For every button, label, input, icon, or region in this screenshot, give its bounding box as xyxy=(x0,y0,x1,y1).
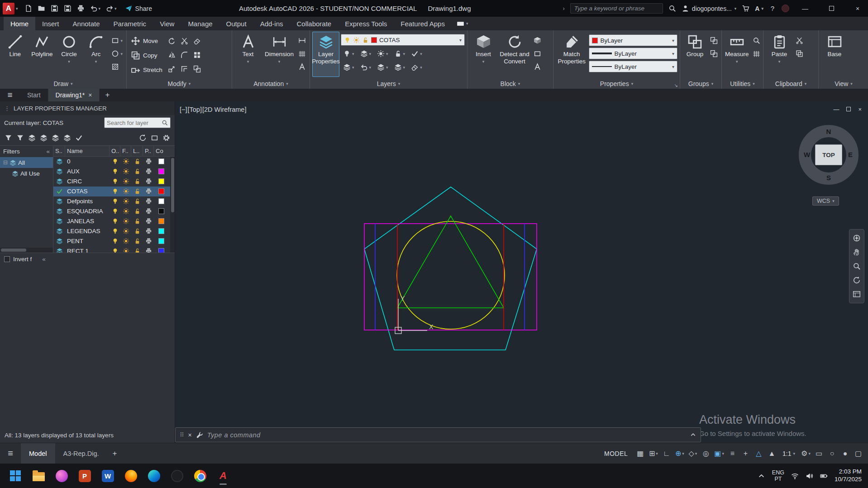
snap-mode-icon[interactable]: ⊞▾ xyxy=(647,447,659,460)
layer-plot-icon[interactable] xyxy=(145,228,152,234)
stretch-tool-button[interactable]: Stretch xyxy=(129,63,164,77)
view-cube[interactable]: N W E S TOP xyxy=(799,125,858,185)
clipboard-panel-label[interactable]: Clipboard▾ xyxy=(763,79,818,89)
layer-previous-icon[interactable]: ▾ xyxy=(359,62,373,73)
app-store-cart-icon[interactable] xyxy=(742,5,749,12)
plot-icon[interactable] xyxy=(75,3,87,14)
layer-on-icon[interactable] xyxy=(112,248,119,253)
hidden-icons-chevron[interactable] xyxy=(758,472,765,480)
copy-icon[interactable] xyxy=(794,48,805,59)
customize-wrench-icon[interactable] xyxy=(196,431,203,439)
word-icon[interactable]: W xyxy=(98,466,118,486)
layer-off-icon[interactable]: ▾ xyxy=(342,48,356,59)
define-attributes-icon[interactable] xyxy=(532,61,543,72)
layer-on-icon[interactable] xyxy=(112,208,119,215)
layers-v-scrollbar[interactable] xyxy=(170,157,175,253)
ellipse-tool-icon[interactable]: ▾ xyxy=(110,48,124,59)
offset-tool-icon[interactable] xyxy=(179,63,190,75)
workspace-switching-icon[interactable]: ⚙▾ xyxy=(800,447,812,460)
viewcube-south[interactable]: S xyxy=(824,174,833,182)
layout-tab[interactable]: A3-Rep.Dig. xyxy=(55,443,107,464)
new-group-filter-icon[interactable] xyxy=(16,134,24,142)
layer-lock-icon[interactable] xyxy=(134,188,141,195)
orbit-icon[interactable] xyxy=(853,276,861,284)
layer-freeze-icon[interactable] xyxy=(123,228,129,234)
leader-tool-icon[interactable] xyxy=(297,35,307,46)
modify-panel-label[interactable]: Modify▾ xyxy=(127,79,232,89)
ortho-mode-icon[interactable]: ∟ xyxy=(660,447,672,460)
layer-color-swatch[interactable] xyxy=(158,188,164,194)
chevron-down-icon[interactable]: ▾ xyxy=(459,38,462,43)
battery-icon[interactable] xyxy=(820,472,828,480)
erase-tool-icon[interactable] xyxy=(192,35,202,47)
viewport-restore-icon[interactable] xyxy=(846,106,851,113)
layer-plot-icon[interactable] xyxy=(145,188,152,195)
new-file-icon[interactable] xyxy=(22,3,34,14)
layer-plot-icon[interactable] xyxy=(145,238,152,244)
wcs-selector[interactable]: WCS▾ xyxy=(812,196,839,206)
autocad-icon[interactable]: A xyxy=(213,466,233,486)
properties-panel-label[interactable]: Properties▾↘ xyxy=(553,79,680,89)
filter-tree-item[interactable]: ⊟ All Use xyxy=(0,168,53,179)
undo-icon[interactable]: ▾ xyxy=(88,3,103,14)
layer-column-header[interactable]: P.. xyxy=(143,146,154,156)
viewcube-north[interactable]: N xyxy=(824,128,833,135)
layer-color-swatch[interactable] xyxy=(158,238,164,244)
layer-search-input[interactable] xyxy=(107,120,160,126)
trim-tool-icon[interactable] xyxy=(179,35,190,47)
firefox-icon[interactable] xyxy=(121,466,141,486)
command-history-icon[interactable] xyxy=(690,431,696,438)
viewport-control[interactable]: [−] xyxy=(180,106,187,113)
layer-on-icon[interactable] xyxy=(112,238,119,244)
layer-row[interactable]: JANELAS xyxy=(53,216,175,226)
command-input[interactable] xyxy=(207,431,686,439)
search-icon[interactable] xyxy=(162,120,168,126)
open-file-icon[interactable] xyxy=(35,3,48,14)
layer-lock-icon[interactable] xyxy=(134,208,141,215)
text-tool-button[interactable]: Text▾ xyxy=(234,32,262,77)
layer-freeze-icon[interactable] xyxy=(123,158,129,165)
layer-combo[interactable]: COTAS ▾ xyxy=(341,34,465,46)
quick-select-icon[interactable] xyxy=(751,35,762,46)
autodesk-access-button[interactable]: A▾ xyxy=(755,5,763,12)
measure-button[interactable]: Measure▾ xyxy=(724,32,750,77)
layer-on-icon[interactable] xyxy=(112,168,119,175)
layer-color-swatch[interactable] xyxy=(158,198,164,204)
dimension-tool-button[interactable]: Dimension▾ xyxy=(263,32,296,77)
annotation-panel-label[interactable]: Annotation▾ xyxy=(232,79,310,89)
block-panel-label[interactable]: Block▾ xyxy=(467,79,553,89)
rotate-tool-icon[interactable] xyxy=(167,35,177,47)
layers-panel-label[interactable]: Layers▾ xyxy=(310,79,467,89)
start-tab[interactable]: Start xyxy=(20,89,48,101)
invert-filter-checkbox[interactable] xyxy=(4,256,10,262)
layer-row[interactable]: ESQUADRIA xyxy=(53,206,175,216)
tab-addins[interactable]: Add-ins xyxy=(253,17,290,30)
layer-lock-icon[interactable] xyxy=(134,248,141,253)
model-tab[interactable]: Model xyxy=(21,443,55,464)
layer-on-icon[interactable] xyxy=(112,228,119,234)
tab-insert[interactable]: Insert xyxy=(35,17,66,30)
polar-tracking-icon[interactable]: ⊕▾ xyxy=(673,447,686,460)
layer-freeze-icon[interactable] xyxy=(123,218,129,225)
layer-states-manager-icon[interactable] xyxy=(28,134,36,142)
tree-expander-icon[interactable]: ⊟ xyxy=(3,159,8,166)
search-expand-icon[interactable]: › xyxy=(563,5,565,12)
collapse-filters-icon[interactable]: « xyxy=(46,148,50,155)
account-button[interactable]: diogopontes... ▾ xyxy=(682,5,737,12)
object-snap-tracking-icon[interactable]: ◎ xyxy=(700,447,712,460)
layer-column-header[interactable]: Name xyxy=(65,146,110,156)
rectangle-tool-icon[interactable]: ▾ xyxy=(110,35,124,46)
powerpoint-icon[interactable]: P xyxy=(75,466,95,486)
tab-express-tools[interactable]: Express Tools xyxy=(338,17,394,30)
new-layout-button[interactable]: + xyxy=(107,449,122,458)
layer-row[interactable]: RECT 1 xyxy=(53,246,175,253)
new-property-filter-icon[interactable] xyxy=(5,134,12,142)
keyword-search-input[interactable] xyxy=(570,3,663,14)
tab-featured-apps[interactable]: Featured Apps xyxy=(394,17,452,30)
cut-icon[interactable] xyxy=(794,35,805,46)
layer-freeze-icon[interactable] xyxy=(123,198,129,205)
explode-tool-icon[interactable] xyxy=(192,63,202,75)
layer-on-icon[interactable] xyxy=(112,188,119,195)
layer-plot-icon[interactable] xyxy=(145,198,152,205)
layer-row[interactable]: AUX xyxy=(53,167,175,177)
